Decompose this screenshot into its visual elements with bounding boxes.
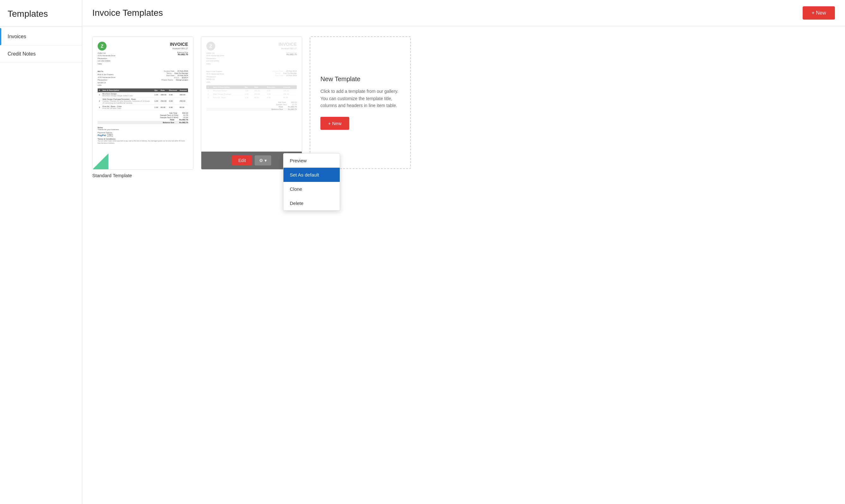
standard-template-preview: Z Zylker Inc2141 Hacienda DrivePleasanto…: [93, 37, 193, 169]
qiasi-invoice-preview: Z Zylker Inc2141 Hacienda DrivePleasanto…: [201, 37, 302, 116]
new-template-card: New Template Click to add a template fro…: [310, 36, 411, 169]
sidebar-title: Templates: [0, 0, 82, 27]
company-logo: Z: [98, 42, 106, 51]
invoice-table: # Item & Description Qty Rate Discount A…: [98, 88, 188, 110]
gear-icon: ⚙: [259, 158, 263, 163]
invoice-preview: Z Zylker Inc2141 Hacienda DrivePleasanto…: [93, 37, 193, 149]
edit-button[interactable]: Edit: [232, 155, 252, 165]
qiasi-company: Zylker Inc2141 Hacienda DrivePleasantonC…: [206, 52, 224, 65]
balance-due-value: Rs.662.75: [170, 53, 188, 56]
invoice-number: Invoice# INV-17: [170, 47, 188, 50]
sidebar-item-credit-notes[interactable]: Credit Notes: [0, 46, 82, 63]
company-info: Zylker Inc2141 Hacienda DrivePleasantonC…: [98, 52, 115, 65]
qiasi-template-inner: Z Zylker Inc2141 Hacienda DrivePleasanto…: [201, 36, 302, 169]
main-header: Invoice Templates + New: [82, 0, 845, 26]
sidebar-item-invoices[interactable]: Invoices: [0, 28, 82, 46]
default-star-badge: [93, 154, 108, 169]
dropdown-set-default[interactable]: Set As default: [283, 168, 340, 182]
standard-template-label: Standard Template: [92, 173, 193, 178]
new-template-header-button[interactable]: + New: [803, 6, 835, 20]
chevron-down-icon: ▾: [264, 158, 267, 163]
invoice-meta: Invoice Date :15 Feb 2016 Terms :Due On …: [161, 70, 188, 87]
qiasi-logo: Z: [206, 42, 215, 51]
qiasi-template-preview: Z Zylker Inc2141 Hacienda DrivePleasanto…: [201, 37, 302, 169]
dropdown-clone[interactable]: Clone: [283, 182, 340, 196]
bill-to: Bill To Rob & Joe Traders4141 Hacienda D…: [98, 70, 115, 87]
sidebar: Templates Invoices Credit Notes: [0, 0, 82, 504]
invoice-totals: Sub Total630.00 Sample Tax1 (4.70%)11.75…: [98, 112, 188, 124]
qiasi-title-block: INVOICE Invoice# INV-17 Balance Due Rs.6…: [278, 42, 297, 56]
sidebar-nav: Invoices Credit Notes: [0, 27, 82, 63]
gear-button[interactable]: ⚙ ▾: [255, 155, 271, 165]
invoice-heading: INVOICE: [170, 42, 188, 47]
dropdown-delete[interactable]: Delete: [283, 196, 340, 210]
invoice-notes: Notes Thanks for your business.: [98, 127, 188, 130]
new-template-button[interactable]: + New: [320, 117, 349, 130]
new-template-description: Click to add a template from our gallery…: [320, 88, 400, 109]
new-template-title: New Template: [320, 75, 360, 83]
gear-dropdown-menu: Preview Set As default Clone Delete: [283, 153, 340, 211]
invoice-terms: Terms & Conditions You can either make o…: [98, 138, 188, 144]
main-content: Invoice Templates + New Z Zylker Inc2141…: [82, 0, 845, 504]
templates-grid: Z Zylker Inc2141 Hacienda DrivePleasanto…: [82, 26, 845, 504]
page-title: Invoice Templates: [92, 8, 163, 18]
dropdown-preview[interactable]: Preview: [283, 154, 340, 168]
standard-template-inner: Z Zylker Inc2141 Hacienda DrivePleasanto…: [92, 36, 193, 169]
standard-template-card: Z Zylker Inc2141 Hacienda DrivePleasanto…: [92, 36, 193, 178]
invoice-title-block: INVOICE Invoice# INV-17 Balance Due Rs.6…: [170, 42, 188, 56]
star-icon: ★: [94, 162, 98, 167]
qiasi-template-wrapper: Z Zylker Inc2141 Hacienda DrivePleasanto…: [201, 36, 302, 178]
invoice-payment: Payment Options PayPal VISA: [98, 132, 188, 137]
